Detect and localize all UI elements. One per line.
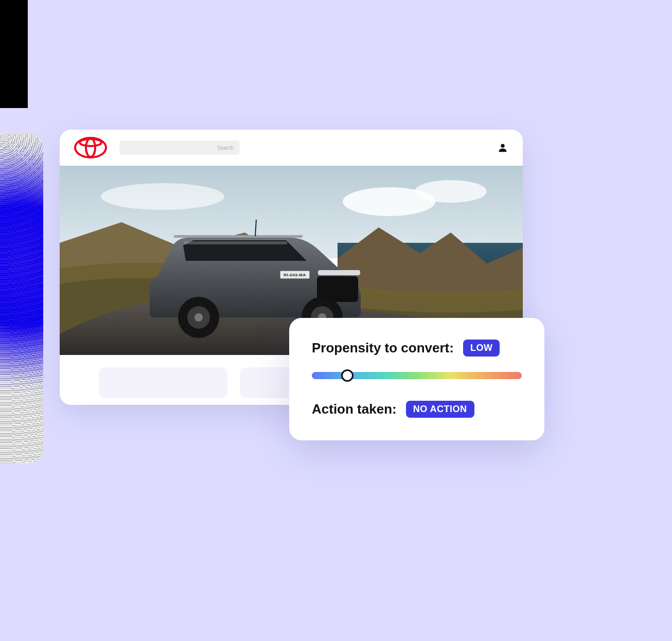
conversion-metrics-card: Propensity to convert: LOW Action taken:… [289,318,544,440]
svg-point-2 [80,139,101,146]
action-row: Action taken: NO ACTION [312,401,522,418]
toyota-logo-icon [74,137,107,158]
svg-point-15 [194,313,203,322]
svg-point-7 [101,183,224,210]
svg-rect-12 [174,235,303,238]
svg-rect-11 [318,270,360,275]
propensity-label: Propensity to convert: [312,340,454,356]
action-badge: NO ACTION [406,401,474,418]
slider-thumb[interactable] [341,369,353,382]
left-black-strip [0,0,28,108]
propensity-row: Propensity to convert: LOW [312,340,522,357]
action-label: Action taken: [312,401,397,417]
svg-point-3 [501,144,504,148]
license-plate: RI-043-MA [280,271,310,279]
search-input[interactable]: Search [119,140,240,155]
propensity-slider[interactable] [312,372,522,379]
decorative-noise-panel [0,134,43,463]
placeholder-card [99,367,227,398]
propensity-badge: LOW [463,340,500,357]
svg-rect-9 [184,241,287,244]
svg-point-6 [415,180,487,203]
search-placeholder-text: Search [217,145,234,151]
user-icon[interactable] [497,142,508,153]
svg-point-1 [86,138,95,157]
site-header: Search [60,130,523,166]
